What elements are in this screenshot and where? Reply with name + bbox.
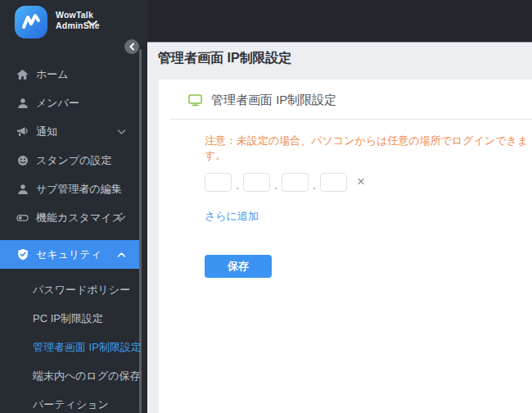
remove-ip-row-icon[interactable]: × [355,173,367,192]
sidebar-subitem-partition[interactable]: パーティション [0,390,139,413]
sidebar-item-members[interactable]: メンバー [0,88,139,117]
save-button[interactable]: 保存 [205,255,272,278]
sidebar-item-feature-customize[interactable]: 機能カスタマイズ [0,203,139,232]
card-header: 管理者画面 IP制限設定 [159,79,532,108]
sidebar-subitem-label: 端末内へのログの保存 [33,369,141,384]
shield-icon [16,248,29,261]
ip-address-row: . . . × [205,173,532,192]
sidebar-subitem-admin-ip-restriction[interactable]: 管理者画面 IP制限設定 [0,333,139,361]
security-submenu: パスワードポリシー PC IP制限設定 管理者画面 IP制限設定 端末内へのログ… [0,269,147,413]
chevron-up-icon [117,252,126,257]
page-title: 管理者画面 IP制限設定 [158,50,292,67]
ip-separator: . [232,179,243,192]
sidebar-item-home[interactable]: ホーム [0,60,139,88]
wowtalk-logo-icon [15,6,47,39]
sidebar-subitem-label: パスワードポリシー [33,283,130,297]
monitor-icon [188,94,202,107]
ip-octet-1-input[interactable] [205,173,232,192]
ip-octet-4-input[interactable] [320,173,347,192]
card-title: 管理者画面 IP制限設定 [211,93,336,108]
chevron-down-icon [117,129,126,134]
sidebar-item-label: セキュリティ [36,247,101,262]
user-icon [16,183,29,195]
ip-separator: . [309,179,320,192]
top-bar [147,0,532,43]
page-title-bar: 管理者画面 IP制限設定 [147,43,532,74]
sidebar-item-label: サブ管理者の編集 [36,182,122,197]
sidebar-subitem-pc-ip-restriction[interactable]: PC IP制限設定 [0,304,139,333]
settings-card: 管理者画面 IP制限設定 注意：未設定の場合、パソコンからは任意の場所でログイン… [159,79,532,413]
sidebar-item-label: 機能カスタマイズ [36,211,123,225]
user-icon [16,97,29,109]
sidebar-nav: ホーム メンバー 通知 スタン [0,60,147,413]
chevron-down-icon [117,215,126,220]
sidebar-item-label: メンバー [36,96,79,111]
sidebar-item-label: 通知 [36,125,57,139]
sidebar-item-notifications[interactable]: 通知 [0,117,139,146]
divider [170,119,532,120]
sidebar-subitem-password-policy[interactable]: パスワードポリシー [0,275,139,304]
smiley-icon [16,154,29,166]
warning-text: 注意：未設定の場合、パソコンからは任意の場所でログインできます。 [205,134,532,163]
sidebar-subitem-label: PC IP制限設定 [33,311,103,326]
main-content: 管理者画面 IP制限設定 管理者画面 IP制限設定 注意：未設定の場合、パソコン… [147,43,532,413]
sidebar-subitem-label: パーティション [33,397,109,412]
sidebar-collapse-button[interactable] [124,39,139,54]
sidebar-subitem-label: 管理者画面 IP制限設定 [33,340,142,355]
sidebar: WowTalk AdminSite ホーム メンバー [0,0,147,413]
sidebar-header: WowTalk AdminSite [0,0,147,43]
sidebar-item-stamp-settings[interactable]: スタンプの設定 [0,146,139,175]
add-more-link[interactable]: さらに追加 [205,209,259,224]
ip-separator: . [270,179,282,192]
chevron-down-icon[interactable] [87,16,98,30]
sidebar-item-security[interactable]: セキュリティ [0,240,139,269]
sidebar-item-label: スタンプの設定 [36,153,112,168]
sidebar-subitem-device-log-save[interactable]: 端末内へのログの保存 [0,361,139,390]
ip-octet-2-input[interactable] [243,173,270,192]
megaphone-icon [16,125,29,138]
toggle-icon [16,211,29,224]
ip-octet-3-input[interactable] [282,173,309,192]
sidebar-item-sub-admin-edit[interactable]: サブ管理者の編集 [0,175,139,203]
sidebar-item-label: ホーム [36,67,69,82]
admin-app: WowTalk AdminSite ホーム メンバー [0,0,532,413]
home-icon [16,68,29,80]
